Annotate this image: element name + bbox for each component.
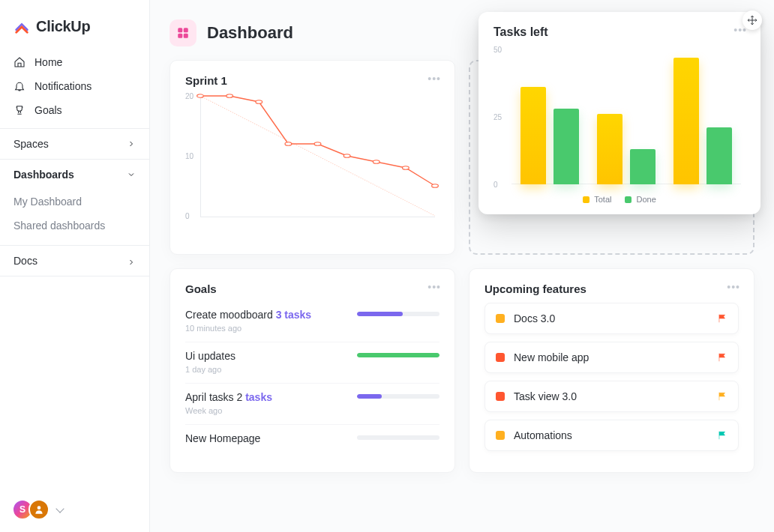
sprint-chart: 01020 <box>185 93 440 228</box>
card-goals-title: Goals <box>185 282 440 295</box>
nav-goals[interactable]: Goals <box>0 98 149 122</box>
feature-row[interactable]: Task view 3.0 <box>484 381 739 412</box>
trophy-icon <box>14 104 26 116</box>
section-docs[interactable]: Docs <box>0 245 149 276</box>
goal-row[interactable]: New Homepage <box>185 425 440 456</box>
home-icon <box>14 56 26 68</box>
nav-home-label: Home <box>34 56 62 68</box>
page-title: Dashboard <box>207 23 293 43</box>
chevron-right-icon <box>127 258 136 267</box>
bar-done <box>630 149 656 184</box>
feature-name: Task view 3.0 <box>514 390 708 402</box>
feature-row[interactable]: Automations <box>484 420 739 451</box>
avatar-user-2[interactable] <box>28 499 50 520</box>
app-root: ClickUp Home Notifications Goals Spaces … <box>0 0 774 532</box>
chart-x-axis <box>200 217 435 217</box>
feature-name: New mobile app <box>514 351 708 363</box>
nav-list: Home Notifications Goals <box>0 50 149 128</box>
svg-rect-1 <box>178 28 182 32</box>
svg-rect-4 <box>184 34 188 38</box>
y-tick: 10 <box>185 152 194 160</box>
goal-progress <box>357 435 440 440</box>
nav-notifications-label: Notifications <box>34 80 92 92</box>
brand[interactable]: ClickUp <box>0 18 149 50</box>
bell-icon <box>14 80 26 92</box>
svg-point-11 <box>373 160 380 163</box>
tasks-left-chart: 50250 <box>494 45 746 187</box>
bar-group <box>597 114 656 184</box>
card-goals-menu[interactable]: ••• <box>428 281 441 293</box>
nav-notifications[interactable]: Notifications <box>0 74 149 98</box>
avatar-stack[interactable]: S <box>12 499 50 520</box>
nav-home[interactable]: Home <box>0 50 149 74</box>
svg-point-0 <box>38 506 41 510</box>
sidebar-footer: S <box>0 487 149 532</box>
goal-meta: 1 day ago <box>185 365 346 374</box>
chevron-right-icon <box>127 139 136 148</box>
brand-name: ClickUp <box>36 18 90 35</box>
card-upcoming-title: Upcoming features <box>484 282 739 295</box>
y-tick: 50 <box>494 46 502 54</box>
svg-point-10 <box>344 154 350 157</box>
svg-point-8 <box>285 142 292 145</box>
bar-total <box>674 58 699 184</box>
svg-rect-2 <box>184 28 188 32</box>
chevron-down-icon <box>127 170 136 179</box>
sprint-chart-area <box>200 96 435 216</box>
goal-row[interactable]: April tasks 2 tasksWeek ago <box>185 384 440 425</box>
brand-logo-icon <box>14 19 30 35</box>
legend-done: Done <box>625 195 656 204</box>
y-tick: 20 <box>185 92 194 100</box>
goal-meta: Week ago <box>185 406 346 415</box>
section-dashboards-label: Dashboards <box>14 169 74 181</box>
card-goals: Goals ••• Create moodboard 3 tasks10 min… <box>170 268 455 473</box>
dashboard-icon <box>170 19 196 46</box>
legend-total: Total <box>583 195 611 204</box>
sub-my-dashboard[interactable]: My Dashboard <box>0 190 149 214</box>
section-spaces[interactable]: Spaces <box>0 128 149 159</box>
goal-progress <box>357 394 440 399</box>
svg-point-9 <box>314 142 321 145</box>
section-dashboards[interactable]: Dashboards <box>0 159 149 190</box>
feature-name: Automations <box>514 429 708 441</box>
svg-point-12 <box>402 166 409 169</box>
card-upcoming: Upcoming features ••• Docs 3.0New mobile… <box>469 268 754 473</box>
bar-done <box>706 127 732 184</box>
bar-done <box>554 109 579 184</box>
goal-row[interactable]: Create moodboard 3 tasks10 minutes ago <box>185 301 440 342</box>
card-sprint-menu[interactable]: ••• <box>428 73 441 85</box>
card-tasks-left-title: Tasks left <box>494 25 746 39</box>
card-upcoming-menu[interactable]: ••• <box>727 281 740 293</box>
feature-name: Docs 3.0 <box>514 312 708 324</box>
goal-meta: 10 minutes ago <box>185 324 346 333</box>
goal-name: Create moodboard 3 tasks <box>185 309 346 321</box>
flag-icon <box>717 391 728 402</box>
feature-row[interactable]: New mobile app <box>484 342 739 373</box>
goal-name: April tasks 2 tasks <box>185 391 346 403</box>
goal-name: New Homepage <box>185 432 346 444</box>
goal-name: Ui updates <box>185 350 346 362</box>
move-handle[interactable] <box>742 10 762 30</box>
sub-shared-dashboards[interactable]: Shared dashboards <box>0 214 149 238</box>
status-square-icon <box>496 314 505 323</box>
flag-icon <box>717 313 728 324</box>
svg-rect-3 <box>178 34 182 38</box>
status-square-icon <box>496 353 505 362</box>
status-square-icon <box>496 431 505 440</box>
caret-down-icon[interactable] <box>56 504 64 513</box>
dashboards-sub-list: My Dashboard Shared dashboards <box>0 190 149 245</box>
svg-point-7 <box>256 100 262 103</box>
status-square-icon <box>496 392 505 401</box>
flag-icon <box>717 352 728 363</box>
move-icon <box>747 15 758 25</box>
card-tasks-left[interactable]: Tasks left ••• 50250 Total Done <box>478 12 760 214</box>
bar-group <box>520 87 579 184</box>
y-tick: 0 <box>494 181 498 189</box>
goal-progress <box>357 312 440 316</box>
y-tick: 0 <box>185 212 190 220</box>
y-tick: 25 <box>494 113 502 121</box>
goal-row[interactable]: Ui updates1 day ago <box>185 342 440 384</box>
tasks-left-legend: Total Done <box>494 195 746 204</box>
card-sprint-title: Sprint 1 <box>185 74 440 87</box>
feature-row[interactable]: Docs 3.0 <box>484 303 739 334</box>
